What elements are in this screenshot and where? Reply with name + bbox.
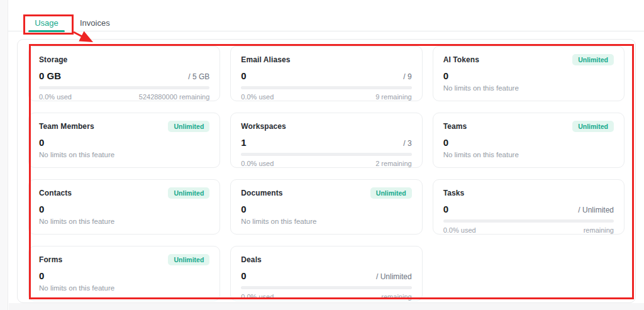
card-title: Storage bbox=[39, 55, 67, 64]
card-value: 0 bbox=[241, 270, 246, 281]
usage-card: Deals 0 / Unlimited 0.0% used remaining bbox=[230, 246, 422, 301]
unlimited-badge: Unlimited bbox=[168, 121, 209, 132]
no-limits-note: No limits on this feature bbox=[443, 84, 614, 92]
tab-bar: Usage Invoices bbox=[8, 0, 644, 31]
no-limits-note: No limits on this feature bbox=[443, 151, 614, 158]
card-value-row: 0 GB / 5 GB bbox=[39, 70, 209, 81]
page-bottom-edge bbox=[9, 303, 644, 310]
card-title: Tasks bbox=[443, 189, 465, 197]
card-value-row: 0 bbox=[39, 204, 209, 214]
card-value-row: 1 / 3 bbox=[241, 137, 411, 148]
usage-card: Documents Unlimited 0 No limits on this … bbox=[230, 179, 422, 235]
usage-card: Contacts Unlimited 0 No limits on this f… bbox=[28, 179, 220, 235]
unlimited-badge: Unlimited bbox=[572, 54, 614, 65]
usage-card: Workspaces 1 / 3 0.0% used 2 remaining bbox=[230, 113, 422, 168]
card-value: 0 bbox=[39, 204, 44, 214]
no-limits-note: No limits on this feature bbox=[39, 151, 209, 158]
progress-bar bbox=[443, 219, 614, 223]
card-footer: 0.0% used 2 remaining bbox=[241, 160, 411, 167]
usage-card: Forms Unlimited 0 No limits on this feat… bbox=[28, 246, 220, 301]
unlimited-badge: Unlimited bbox=[572, 121, 614, 132]
percent-used-label: 0.0% used bbox=[443, 226, 476, 234]
usage-cards-grid: Storage 0 GB / 5 GB 0.0% used 5242880000… bbox=[18, 40, 635, 304]
active-tab-underline bbox=[28, 30, 65, 32]
card-limit: / 3 bbox=[403, 139, 411, 148]
percent-used-label: 0.0% used bbox=[39, 93, 72, 101]
usage-cards-container: Storage 0 GB / 5 GB 0.0% used 5242880000… bbox=[17, 39, 636, 303]
card-value-row: 0 bbox=[443, 70, 614, 81]
card-value-row: 0 bbox=[39, 137, 209, 148]
percent-used-label: 0.0% used bbox=[241, 293, 274, 301]
card-limit: / Unlimited bbox=[376, 272, 412, 281]
percent-used-label: 0.0% used bbox=[241, 93, 274, 101]
card-value: 0 bbox=[39, 137, 44, 148]
page-left-edge bbox=[0, 0, 8, 310]
progress-bar bbox=[241, 286, 411, 289]
card-title: AI Tokens bbox=[443, 55, 479, 64]
usage-card: Storage 0 GB / 5 GB 0.0% used 5242880000… bbox=[28, 46, 220, 101]
card-value-row: 0 bbox=[241, 204, 411, 214]
card-value-row: 0 / Unlimited bbox=[443, 204, 614, 214]
card-title: Email Aliases bbox=[241, 55, 290, 64]
remaining-label: 9 remaining bbox=[375, 93, 411, 101]
card-header: Deals bbox=[241, 253, 411, 265]
card-value: 0 bbox=[443, 204, 448, 214]
card-title: Contacts bbox=[39, 189, 72, 197]
tab-invoices-label: Invoices bbox=[80, 18, 110, 28]
card-value-row: 0 bbox=[443, 137, 614, 148]
card-value: 0 bbox=[443, 70, 448, 81]
card-value: 0 bbox=[39, 270, 44, 281]
card-header: AI Tokens Unlimited bbox=[443, 53, 614, 65]
tab-invoices[interactable]: Invoices bbox=[80, 18, 110, 28]
percent-used-label: 0.0% used bbox=[241, 160, 274, 167]
remaining-label: 2 remaining bbox=[375, 160, 411, 167]
card-limit: / 5 GB bbox=[188, 72, 209, 81]
card-title: Documents bbox=[241, 189, 282, 197]
unlimited-badge: Unlimited bbox=[168, 254, 209, 265]
card-footer: 0.0% used 9 remaining bbox=[241, 93, 411, 101]
card-value: 0 GB bbox=[39, 70, 61, 81]
card-title: Deals bbox=[241, 255, 262, 264]
card-header: Contacts Unlimited bbox=[39, 187, 209, 199]
tab-usage-label: Usage bbox=[35, 18, 58, 28]
unlimited-badge: Unlimited bbox=[168, 187, 209, 199]
remaining-label: 5242880000 remaining bbox=[139, 93, 210, 101]
remaining-label: remaining bbox=[381, 293, 411, 301]
card-header: Team Members Unlimited bbox=[39, 120, 209, 132]
card-header: Email Aliases bbox=[241, 53, 411, 65]
usage-card: Team Members Unlimited 0 No limits on th… bbox=[28, 113, 220, 168]
card-title: Workspaces bbox=[241, 122, 286, 131]
progress-bar bbox=[241, 153, 411, 156]
progress-bar bbox=[39, 86, 209, 89]
card-limit: / 9 bbox=[403, 72, 411, 81]
card-footer: 0.0% used 5242880000 remaining bbox=[39, 93, 209, 101]
card-title: Team Members bbox=[39, 122, 94, 131]
card-header: Tasks bbox=[443, 187, 614, 199]
card-limit: / Unlimited bbox=[578, 206, 614, 214]
no-limits-note: No limits on this feature bbox=[241, 218, 411, 225]
no-limits-note: No limits on this feature bbox=[39, 218, 209, 225]
card-footer: 0.0% used remaining bbox=[241, 293, 411, 301]
card-header: Teams Unlimited bbox=[443, 120, 614, 132]
card-value: 1 bbox=[241, 137, 246, 148]
card-value-row: 0 / 9 bbox=[241, 70, 411, 81]
card-header: Storage bbox=[39, 53, 209, 65]
card-value-row: 0 / Unlimited bbox=[241, 270, 411, 281]
card-value: 0 bbox=[443, 137, 448, 148]
usage-card: Tasks 0 / Unlimited 0.0% used remaining bbox=[433, 179, 625, 235]
card-title: Forms bbox=[39, 255, 62, 264]
card-title: Teams bbox=[443, 122, 467, 131]
usage-card: Teams Unlimited 0 No limits on this feat… bbox=[433, 113, 625, 168]
unlimited-badge: Unlimited bbox=[370, 187, 412, 199]
no-limits-note: No limits on this feature bbox=[39, 284, 209, 292]
remaining-label: remaining bbox=[584, 226, 614, 234]
card-value: 0 bbox=[241, 70, 246, 81]
card-header: Forms Unlimited bbox=[39, 253, 209, 265]
usage-card: AI Tokens Unlimited 0 No limits on this … bbox=[433, 46, 625, 101]
tab-usage[interactable]: Usage bbox=[28, 18, 65, 28]
card-footer: 0.0% used remaining bbox=[443, 226, 614, 234]
card-header: Workspaces bbox=[241, 120, 411, 132]
card-header: Documents Unlimited bbox=[241, 187, 411, 199]
card-value: 0 bbox=[241, 204, 246, 214]
progress-bar bbox=[241, 86, 411, 89]
